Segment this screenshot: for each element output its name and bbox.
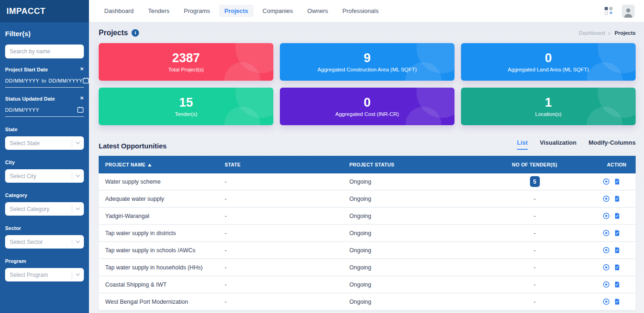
tab-list[interactable]: List [517, 139, 528, 150]
table-row[interactable]: Yadgiri-Warangal - Ongoing - [99, 208, 636, 225]
clear-filter-icon[interactable] [78, 96, 84, 102]
project-name-cell: Tap water supply in districts [99, 230, 225, 236]
status-updated-date-field[interactable]: DD/MM/YYYY [5, 106, 84, 117]
calendar-icon[interactable] [82, 77, 89, 84]
edit-file-icon[interactable] [614, 230, 621, 236]
state-select[interactable]: Select State [5, 136, 84, 150]
column-header-project-status[interactable]: PROJECT STATUS [349, 162, 488, 167]
tender-count-cell: - [488, 196, 581, 202]
sort-asc-icon [148, 164, 152, 166]
nav-item-programs[interactable]: Programs [179, 5, 215, 17]
breadcrumb-separator-icon [608, 30, 612, 37]
status-cell: Ongoing [349, 179, 488, 185]
edit-file-icon[interactable] [614, 178, 621, 185]
breadcrumb-dashboard[interactable]: Dashboard [579, 30, 605, 36]
stat-card-aggregated-cost: 0 Aggregated Cost (INR-CR) [280, 88, 455, 125]
project-name-cell: Tap water supply in schools /AWCs [99, 247, 225, 254]
edit-file-icon[interactable] [614, 247, 621, 254]
project-start-date-range[interactable]: DD/MM/YYYY to DD/MM/YYYY [5, 77, 84, 88]
state-cell: - [225, 281, 349, 288]
view-eye-icon[interactable] [603, 298, 610, 305]
filter-label-project-start-date: Project Start Date [5, 67, 48, 72]
category-select-placeholder: Select Category [10, 206, 72, 212]
city-select[interactable]: Select City [5, 169, 84, 183]
nav-item-tenders[interactable]: Tenders [143, 5, 175, 17]
view-eye-icon[interactable] [603, 212, 610, 219]
calendar-icon[interactable] [77, 106, 84, 113]
stat-value: 0 [364, 96, 371, 110]
date-to-value[interactable]: DD/MM/YYYY [49, 78, 83, 83]
table-row[interactable]: Adequate water supply - Ongoing - [99, 191, 636, 208]
date-from-value[interactable]: DD/MM/YYYY [5, 78, 39, 83]
nav-item-dashboard[interactable]: Dashboard [99, 5, 139, 17]
stat-card-land-area: 0 Aggregated Land Area (ML SQFT) [461, 43, 636, 81]
column-header-project-name[interactable]: PROJECT NAME [99, 162, 225, 167]
date-value[interactable]: DD/MM/YYYY [5, 107, 39, 113]
column-header-state[interactable]: STATE [225, 162, 349, 167]
tender-count-cell: - [488, 247, 581, 254]
edit-file-icon[interactable] [614, 298, 621, 305]
brand-header: IMPACCT [0, 0, 89, 22]
table-row[interactable]: Tap water supply in households (HHs) - O… [99, 259, 636, 276]
status-cell: Ongoing [349, 281, 488, 288]
nav-item-owners[interactable]: Owners [302, 5, 333, 17]
view-eye-icon[interactable] [603, 264, 610, 271]
edit-file-icon[interactable] [614, 212, 621, 219]
status-cell: Ongoing [349, 299, 488, 305]
stat-label: Location(s) [535, 111, 562, 117]
view-eye-icon[interactable] [603, 230, 610, 236]
status-cell: Ongoing [349, 247, 488, 254]
nav-item-projects[interactable]: Projects [219, 5, 253, 17]
edit-file-icon[interactable] [614, 281, 621, 288]
project-name-cell: Yadgiri-Warangal [99, 213, 225, 219]
filter-label-city: City [5, 160, 84, 165]
search-input[interactable] [5, 45, 84, 58]
state-cell: - [225, 264, 349, 271]
table-row[interactable]: Water supply scheme - Ongoing 5 [99, 173, 636, 191]
tab-modify-columns[interactable]: Modify-Columns [588, 139, 636, 150]
view-tabs: List Visualization Modify-Columns [517, 139, 636, 150]
view-eye-icon[interactable] [603, 247, 610, 254]
category-select[interactable]: Select Category [5, 202, 84, 216]
state-cell: - [225, 230, 349, 236]
filter-label-program: Program [5, 258, 84, 264]
table-row[interactable]: Tap water supply in districts - Ongoing … [99, 225, 636, 242]
table-row[interactable]: West Bengal Port Modernization - Ongoing… [99, 294, 636, 311]
edit-file-icon[interactable] [614, 195, 621, 202]
main-content: Projects Dashboard Projects 2387 Total P… [89, 22, 644, 313]
tender-count-cell: - [488, 281, 581, 288]
stat-card-locations: 1 Location(s) [461, 88, 636, 125]
filter-label-status-updated-date: Status Updated Date [5, 96, 55, 102]
breadcrumb: Dashboard Projects [579, 30, 636, 37]
chevron-down-icon [76, 240, 80, 243]
tab-visualization[interactable]: Visualization [540, 139, 576, 150]
stat-value: 15 [179, 96, 193, 110]
sector-select[interactable]: Select Sector [5, 235, 84, 249]
tender-count-cell: - [488, 299, 581, 305]
state-cell: - [225, 179, 349, 185]
status-cell: Ongoing [349, 264, 488, 271]
program-select-placeholder: Select Program [10, 272, 72, 278]
nav-item-professionals[interactable]: Professionals [337, 5, 384, 17]
table-row[interactable]: Coastal Shipping & IWT - Ongoing - [99, 276, 636, 294]
edit-file-icon[interactable] [614, 264, 621, 271]
opportunities-table: PROJECT NAME STATE PROJECT STATUS NO OF … [99, 156, 636, 311]
clear-filter-icon[interactable] [78, 67, 84, 72]
view-eye-icon[interactable] [603, 195, 610, 202]
view-eye-icon[interactable] [603, 178, 610, 185]
tender-count-cell: - [488, 230, 581, 236]
status-cell: Ongoing [349, 213, 488, 219]
project-name-cell: Coastal Shipping & IWT [99, 281, 225, 288]
table-row[interactable]: Tap water supply in schools /AWCs - Ongo… [99, 242, 636, 259]
brand-logo: IMPACCT [6, 6, 45, 16]
info-icon[interactable] [132, 29, 139, 37]
program-select[interactable]: Select Program [5, 268, 84, 281]
apps-grid-icon[interactable] [605, 7, 612, 15]
column-header-no-of-tenders[interactable]: NO OF TENDER(S) [488, 162, 581, 167]
filter-label-sector: Sector [5, 225, 84, 231]
tender-count-cell: - [488, 213, 581, 219]
view-eye-icon[interactable] [603, 281, 610, 288]
nav-item-companies[interactable]: Companies [258, 5, 298, 17]
user-avatar[interactable] [622, 5, 635, 18]
top-navigation-bar: Dashboard Tenders Programs Projects Comp… [89, 0, 644, 22]
